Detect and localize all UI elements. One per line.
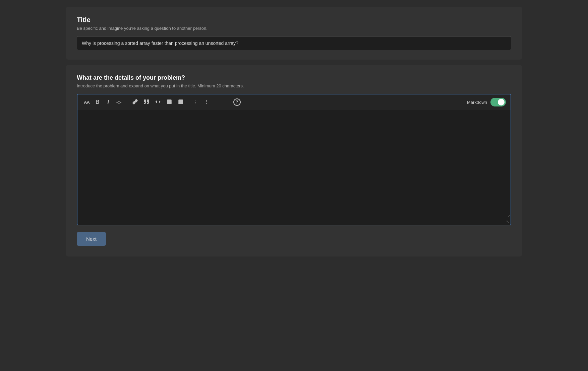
horizontal-rule-button[interactable] — [215, 98, 225, 106]
link-button[interactable] — [130, 98, 140, 106]
page-wrapper: Title Be specific and imagine you're ask… — [66, 7, 522, 256]
title-input[interactable] — [77, 36, 511, 50]
code-block-button[interactable] — [153, 98, 163, 106]
toolbar-separator-2 — [189, 99, 189, 105]
svg-point-1 — [168, 100, 169, 101]
help-icon: ? — [233, 98, 241, 106]
inline-code-button[interactable]: <> — [115, 98, 123, 106]
unordered-list-button[interactable] — [204, 98, 213, 106]
unordered-list-icon — [205, 99, 212, 106]
italic-button[interactable]: I — [104, 98, 113, 106]
svg-point-14 — [206, 103, 207, 103]
title-section: Title Be specific and imagine you're ask… — [66, 7, 522, 60]
image-button[interactable] — [165, 98, 174, 106]
resize-icon: ⤡ — [506, 219, 509, 224]
title-subtitle: Be specific and imagine you're asking a … — [77, 26, 511, 31]
inline-code-icon: <> — [116, 100, 122, 105]
blockquote-icon — [143, 99, 150, 106]
text-size-button[interactable]: AA — [82, 98, 91, 106]
title-heading: Title — [77, 16, 511, 24]
resize-handle-area: ⤡ — [77, 219, 511, 225]
image-icon — [166, 99, 172, 106]
toggle-slider — [490, 98, 506, 106]
svg-point-12 — [206, 100, 207, 100]
code-block-icon — [155, 99, 161, 106]
svg-rect-2 — [178, 99, 183, 104]
bold-button[interactable]: B — [93, 98, 102, 106]
help-button[interactable]: ? — [232, 98, 242, 106]
details-subtitle: Introduce the problem and expand on what… — [77, 83, 511, 88]
details-heading: What are the details of your problem? — [77, 74, 511, 81]
markdown-toggle-area: Markdown — [467, 98, 506, 106]
table-button[interactable] — [176, 98, 185, 106]
link-icon — [132, 99, 138, 106]
toolbar-separator-1 — [127, 99, 127, 105]
italic-icon: I — [108, 99, 109, 105]
horizontal-rule-icon — [217, 99, 223, 106]
editor-textarea[interactable] — [77, 110, 511, 217]
blockquote-button[interactable] — [142, 98, 151, 106]
text-size-icon: AA — [84, 100, 90, 105]
toolbar-separator-3 — [228, 99, 228, 105]
ordered-list-icon — [194, 99, 200, 106]
table-icon — [178, 99, 184, 106]
details-section: What are the details of your problem? In… — [66, 65, 522, 256]
editor-container: AA B I <> — [77, 94, 511, 225]
editor-toolbar: AA B I <> — [77, 94, 511, 110]
bold-icon: B — [96, 99, 100, 105]
markdown-label: Markdown — [467, 100, 487, 105]
markdown-toggle[interactable] — [490, 98, 506, 106]
next-button[interactable]: Next — [77, 232, 106, 246]
svg-point-13 — [206, 101, 207, 102]
ordered-list-button[interactable] — [192, 98, 202, 106]
